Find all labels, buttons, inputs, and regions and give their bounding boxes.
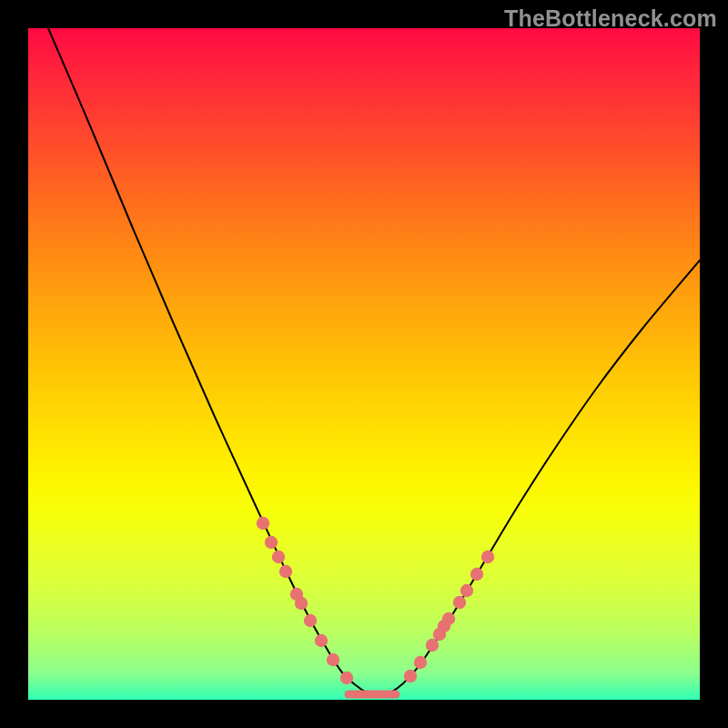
data-marker [257, 517, 269, 530]
data-marker [481, 551, 494, 563]
data-marker [295, 597, 308, 610]
data-marker [442, 612, 455, 625]
bottleneck-curve [48, 28, 700, 696]
data-marker [470, 568, 483, 581]
data-marker [414, 656, 427, 669]
chart-svg [28, 28, 700, 700]
plot-area [28, 28, 700, 700]
markers-left-group [257, 517, 353, 684]
data-marker [279, 565, 292, 578]
data-marker [265, 536, 278, 549]
data-marker [433, 628, 446, 641]
data-marker [327, 653, 339, 666]
chart-container: TheBottleneck.com [0, 0, 728, 728]
data-marker [460, 584, 473, 597]
data-marker [453, 596, 466, 609]
data-marker [304, 614, 317, 627]
data-marker [272, 551, 285, 563]
watermark-text: TheBottleneck.com [504, 5, 717, 32]
data-marker [426, 639, 439, 652]
data-marker [438, 620, 450, 632]
markers-right-group [404, 551, 494, 682]
data-marker [315, 634, 328, 647]
data-marker [290, 588, 303, 601]
data-marker [340, 672, 353, 684]
data-marker [404, 670, 417, 682]
